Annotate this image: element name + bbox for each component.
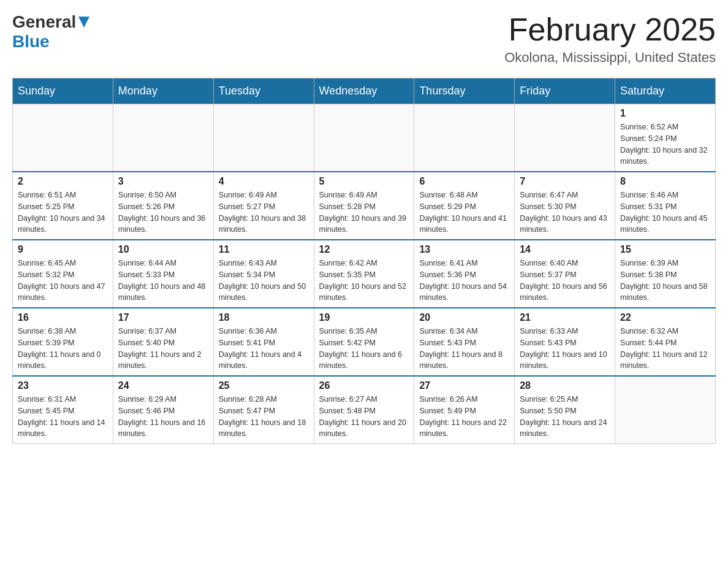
day-number: 25 [219,380,309,391]
day-number: 10 [118,244,208,255]
calendar-cell: 18Sunrise: 6:36 AMSunset: 5:41 PMDayligh… [213,308,314,376]
calendar-cell: 3Sunrise: 6:50 AMSunset: 5:26 PMDaylight… [113,172,213,240]
calendar-table: SundayMondayTuesdayWednesdayThursdayFrid… [12,78,716,444]
calendar-cell: 25Sunrise: 6:28 AMSunset: 5:47 PMDayligh… [213,376,314,444]
day-info: Sunrise: 6:25 AMSunset: 5:50 PMDaylight:… [520,394,610,440]
day-info: Sunrise: 6:36 AMSunset: 5:41 PMDaylight:… [219,326,309,372]
day-info: Sunrise: 6:31 AMSunset: 5:45 PMDaylight:… [18,394,108,440]
day-info: Sunrise: 6:35 AMSunset: 5:42 PMDaylight:… [319,326,409,372]
calendar-cell: 24Sunrise: 6:29 AMSunset: 5:46 PMDayligh… [113,376,213,444]
day-header-tuesday: Tuesday [213,79,314,104]
day-number: 6 [419,176,509,187]
day-number: 15 [620,244,710,255]
day-number: 2 [18,176,108,187]
day-number: 7 [520,176,610,187]
calendar-week-row: 9Sunrise: 6:45 AMSunset: 5:32 PMDaylight… [13,240,716,308]
day-number: 28 [520,380,610,391]
location-text: Okolona, Mississippi, United States [504,50,716,66]
calendar-cell [615,376,716,444]
calendar-cell: 21Sunrise: 6:33 AMSunset: 5:43 PMDayligh… [515,308,615,376]
day-info: Sunrise: 6:32 AMSunset: 5:44 PMDaylight:… [620,326,710,372]
day-info: Sunrise: 6:51 AMSunset: 5:25 PMDaylight:… [18,190,108,236]
day-number: 16 [18,312,108,323]
calendar-cell: 15Sunrise: 6:39 AMSunset: 5:38 PMDayligh… [615,240,716,308]
calendar-week-row: 2Sunrise: 6:51 AMSunset: 5:25 PMDaylight… [13,172,716,240]
calendar-cell: 28Sunrise: 6:25 AMSunset: 5:50 PMDayligh… [515,376,615,444]
day-info: Sunrise: 6:45 AMSunset: 5:32 PMDaylight:… [18,258,108,304]
day-header-wednesday: Wednesday [314,79,414,104]
logo: General Blue [12,12,89,52]
day-number: 4 [219,176,309,187]
calendar-cell [515,104,615,172]
day-info: Sunrise: 6:40 AMSunset: 5:37 PMDaylight:… [520,258,610,304]
calendar-cell: 4Sunrise: 6:49 AMSunset: 5:27 PMDaylight… [213,172,314,240]
calendar-cell: 7Sunrise: 6:47 AMSunset: 5:30 PMDaylight… [515,172,615,240]
month-title: February 2025 [504,12,716,47]
page-header: General Blue February 2025 Okolona, Miss… [12,12,716,66]
calendar-cell [113,104,213,172]
calendar-header-row: SundayMondayTuesdayWednesdayThursdayFrid… [13,79,716,104]
calendar-cell: 27Sunrise: 6:26 AMSunset: 5:49 PMDayligh… [414,376,515,444]
day-number: 9 [18,244,108,255]
day-info: Sunrise: 6:47 AMSunset: 5:30 PMDaylight:… [520,190,610,236]
day-number: 17 [118,312,208,323]
calendar-cell: 17Sunrise: 6:37 AMSunset: 5:40 PMDayligh… [113,308,213,376]
calendar-cell: 6Sunrise: 6:48 AMSunset: 5:29 PMDaylight… [414,172,515,240]
day-info: Sunrise: 6:49 AMSunset: 5:28 PMDaylight:… [319,190,409,236]
day-info: Sunrise: 6:39 AMSunset: 5:38 PMDaylight:… [620,258,710,304]
calendar-cell: 5Sunrise: 6:49 AMSunset: 5:28 PMDaylight… [314,172,414,240]
day-header-monday: Monday [113,79,213,104]
day-number: 23 [18,380,108,391]
day-info: Sunrise: 6:37 AMSunset: 5:40 PMDaylight:… [118,326,208,372]
day-number: 5 [319,176,409,187]
calendar-cell [314,104,414,172]
calendar-cell: 10Sunrise: 6:44 AMSunset: 5:33 PMDayligh… [113,240,213,308]
calendar-cell: 2Sunrise: 6:51 AMSunset: 5:25 PMDaylight… [13,172,113,240]
day-info: Sunrise: 6:46 AMSunset: 5:31 PMDaylight:… [620,190,710,236]
calendar-cell: 26Sunrise: 6:27 AMSunset: 5:48 PMDayligh… [314,376,414,444]
day-info: Sunrise: 6:49 AMSunset: 5:27 PMDaylight:… [219,190,309,236]
calendar-cell: 13Sunrise: 6:41 AMSunset: 5:36 PMDayligh… [414,240,515,308]
day-number: 11 [219,244,309,255]
calendar-cell [414,104,515,172]
day-info: Sunrise: 6:52 AMSunset: 5:24 PMDaylight:… [620,121,710,167]
calendar-cell: 16Sunrise: 6:38 AMSunset: 5:39 PMDayligh… [13,308,113,376]
calendar-week-row: 23Sunrise: 6:31 AMSunset: 5:45 PMDayligh… [13,376,716,444]
calendar-week-row: 1Sunrise: 6:52 AMSunset: 5:24 PMDaylight… [13,104,716,172]
calendar-cell: 14Sunrise: 6:40 AMSunset: 5:37 PMDayligh… [515,240,615,308]
calendar-cell: 19Sunrise: 6:35 AMSunset: 5:42 PMDayligh… [314,308,414,376]
day-number: 24 [118,380,208,391]
day-number: 19 [319,312,409,323]
day-number: 14 [520,244,610,255]
calendar-cell: 8Sunrise: 6:46 AMSunset: 5:31 PMDaylight… [615,172,716,240]
day-info: Sunrise: 6:50 AMSunset: 5:26 PMDaylight:… [118,190,208,236]
calendar-cell: 1Sunrise: 6:52 AMSunset: 5:24 PMDaylight… [615,104,716,172]
day-number: 27 [419,380,509,391]
day-header-saturday: Saturday [615,79,716,104]
day-info: Sunrise: 6:28 AMSunset: 5:47 PMDaylight:… [219,394,309,440]
calendar-cell: 11Sunrise: 6:43 AMSunset: 5:34 PMDayligh… [213,240,314,308]
day-info: Sunrise: 6:33 AMSunset: 5:43 PMDaylight:… [520,326,610,372]
calendar-week-row: 16Sunrise: 6:38 AMSunset: 5:39 PMDayligh… [13,308,716,376]
day-number: 22 [620,312,710,323]
day-header-sunday: Sunday [13,79,113,104]
logo-general-text: General [12,12,76,32]
calendar-cell: 20Sunrise: 6:34 AMSunset: 5:43 PMDayligh… [414,308,515,376]
logo-triangle-icon [78,17,89,30]
day-info: Sunrise: 6:43 AMSunset: 5:34 PMDaylight:… [219,258,309,304]
day-info: Sunrise: 6:38 AMSunset: 5:39 PMDaylight:… [18,326,108,372]
calendar-cell: 12Sunrise: 6:42 AMSunset: 5:35 PMDayligh… [314,240,414,308]
day-number: 20 [419,312,509,323]
day-number: 8 [620,176,710,187]
day-number: 13 [419,244,509,255]
day-number: 3 [118,176,208,187]
calendar-cell: 22Sunrise: 6:32 AMSunset: 5:44 PMDayligh… [615,308,716,376]
day-info: Sunrise: 6:41 AMSunset: 5:36 PMDaylight:… [419,258,509,304]
title-section: February 2025 Okolona, Mississippi, Unit… [504,12,716,66]
calendar-cell: 23Sunrise: 6:31 AMSunset: 5:45 PMDayligh… [13,376,113,444]
day-number: 1 [620,108,710,119]
day-info: Sunrise: 6:26 AMSunset: 5:49 PMDaylight:… [419,394,509,440]
day-info: Sunrise: 6:42 AMSunset: 5:35 PMDaylight:… [319,258,409,304]
day-header-thursday: Thursday [414,79,515,104]
day-number: 26 [319,380,409,391]
